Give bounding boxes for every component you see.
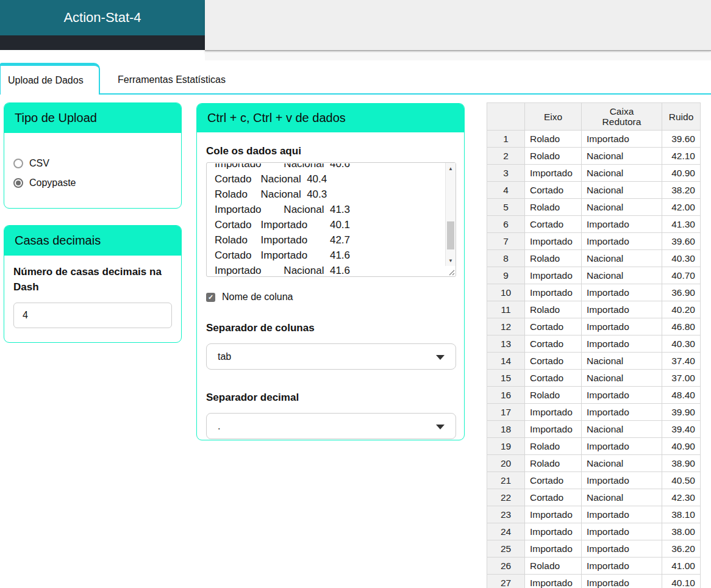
table-cell[interactable]: 15 — [487, 370, 525, 387]
table-cell[interactable]: Importado — [582, 540, 662, 558]
table-cell[interactable]: Importado — [582, 284, 662, 301]
table-cell[interactable]: 5 — [487, 199, 525, 216]
table-cell[interactable]: Rolado — [525, 438, 582, 455]
table-cell[interactable]: Nacional — [582, 148, 662, 165]
table-cell[interactable]: 40.20 — [662, 301, 701, 318]
tab-ferramentas-estatisticas[interactable]: Ferramentas Estatísticas — [101, 66, 226, 94]
table-cell[interactable]: Rolado — [525, 301, 582, 318]
table-cell[interactable]: Importado — [525, 233, 582, 250]
table-cell[interactable]: Importado — [525, 421, 582, 438]
table-cell[interactable]: Rolado — [525, 558, 582, 575]
table-cell[interactable]: Importado — [525, 284, 582, 301]
table-cell[interactable]: Importado — [525, 575, 582, 588]
table-cell[interactable]: 23 — [487, 506, 525, 523]
table-cell[interactable]: Nacional — [582, 165, 662, 182]
paste-textarea-content[interactable]: Importado Nacional 40.6 Cortado Nacional… — [207, 163, 445, 276]
table-cell[interactable]: Importado — [582, 318, 662, 335]
table-cell[interactable]: Importado — [582, 387, 662, 404]
table-cell[interactable]: 20 — [487, 455, 525, 472]
table-cell[interactable]: 7 — [487, 233, 525, 250]
table-cell[interactable]: Importado — [582, 233, 662, 250]
decimal-separator-select[interactable]: . — [206, 413, 456, 439]
decimals-input[interactable] — [13, 303, 172, 328]
table-cell[interactable]: 1 — [487, 131, 525, 148]
table-cell[interactable]: Rolado — [525, 199, 582, 216]
table-cell[interactable]: Nacional — [582, 370, 662, 387]
table-cell[interactable]: 21 — [487, 472, 525, 489]
table-cell[interactable]: 18 — [487, 421, 525, 438]
table-cell[interactable]: 16 — [487, 387, 525, 404]
table-cell[interactable]: Nacional — [582, 421, 662, 438]
table-cell[interactable]: Nacional — [582, 250, 662, 267]
radio-option-copypaste[interactable]: Copypaste — [13, 177, 172, 188]
table-cell[interactable]: 8 — [487, 250, 525, 267]
scroll-up-icon[interactable]: ▲ — [446, 164, 456, 173]
table-cell[interactable]: 24 — [487, 523, 525, 540]
table-cell[interactable]: 42.10 — [662, 148, 701, 165]
table-cell[interactable]: Cortado — [525, 370, 582, 387]
table-cell[interactable]: Importado — [582, 558, 662, 575]
table-cell[interactable]: 41.30 — [662, 216, 701, 233]
table-cell[interactable]: 42.30 — [662, 489, 701, 506]
table-cell[interactable]: Importado — [525, 540, 582, 558]
table-cell[interactable]: Nacional — [582, 489, 662, 506]
table-cell[interactable]: Importado — [525, 523, 582, 540]
table-cell[interactable]: 4 — [487, 182, 525, 199]
radio-option-csv[interactable]: CSV — [13, 158, 172, 169]
table-cell[interactable]: Importado — [582, 216, 662, 233]
table-cell[interactable]: 39.40 — [662, 421, 701, 438]
table-cell[interactable]: Nacional — [582, 267, 662, 284]
tab-upload-de-dados[interactable]: Upload de Dados — [0, 63, 100, 95]
table-cell[interactable]: Importado — [525, 404, 582, 421]
table-cell[interactable]: Nacional — [582, 455, 662, 472]
table-cell[interactable]: 9 — [487, 267, 525, 284]
radio-icon[interactable] — [13, 159, 23, 168]
table-cell[interactable]: Nacional — [582, 199, 662, 216]
table-cell[interactable]: 19 — [487, 438, 525, 455]
table-cell[interactable]: Importado — [525, 506, 582, 523]
table-cell[interactable]: Importado — [582, 131, 662, 148]
table-cell[interactable]: Rolado — [525, 387, 582, 404]
table-cell[interactable]: Nacional — [582, 182, 662, 199]
table-cell[interactable]: 26 — [487, 558, 525, 575]
table-cell[interactable]: 40.90 — [662, 165, 701, 182]
table-cell[interactable]: Cortado — [525, 318, 582, 335]
table-cell[interactable]: 39.60 — [662, 131, 701, 148]
table-cell[interactable]: 17 — [487, 404, 525, 421]
table-cell[interactable]: Importado — [582, 575, 662, 588]
table-cell[interactable]: Importado — [582, 472, 662, 489]
table-cell[interactable]: Importado — [582, 438, 662, 455]
paste-textarea[interactable]: Importado Nacional 40.6 Cortado Nacional… — [206, 162, 456, 277]
resize-grip-icon[interactable] — [445, 266, 455, 276]
table-cell[interactable]: Importado — [582, 404, 662, 421]
textarea-scrollbar[interactable]: ▲ ▼ — [445, 163, 456, 266]
scroll-down-icon[interactable]: ▼ — [446, 256, 456, 265]
table-cell[interactable]: 36.20 — [662, 540, 701, 558]
table-cell[interactable]: 48.40 — [662, 387, 701, 404]
table-cell[interactable]: 40.10 — [662, 575, 701, 588]
scroll-thumb[interactable] — [447, 221, 454, 249]
table-cell[interactable]: 11 — [487, 301, 525, 318]
table-cell[interactable]: Importado — [525, 165, 582, 182]
table-cell[interactable]: 39.60 — [662, 233, 701, 250]
table-cell[interactable]: 2 — [487, 148, 525, 165]
table-cell[interactable]: 13 — [487, 335, 525, 353]
table-cell[interactable]: 22 — [487, 489, 525, 506]
table-cell[interactable]: 38.90 — [662, 455, 701, 472]
table-cell[interactable]: Importado — [582, 301, 662, 318]
table-cell[interactable]: Cortado — [525, 216, 582, 233]
table-cell[interactable]: Importado — [525, 267, 582, 284]
table-cell[interactable]: Cortado — [525, 335, 582, 353]
table-cell[interactable]: 10 — [487, 284, 525, 301]
table-cell[interactable]: 42.00 — [662, 199, 701, 216]
table-cell[interactable]: 14 — [487, 353, 525, 370]
table-cell[interactable]: 38.10 — [662, 506, 701, 523]
table-cell[interactable]: 40.50 — [662, 472, 701, 489]
table-cell[interactable]: 25 — [487, 540, 525, 558]
table-cell[interactable]: Nacional — [582, 353, 662, 370]
column-name-checkbox[interactable]: ✓ Nome de coluna — [206, 292, 455, 303]
table-cell[interactable]: 39.90 — [662, 404, 701, 421]
radio-selected-icon[interactable] — [13, 178, 23, 188]
table-cell[interactable]: 41.00 — [662, 558, 701, 575]
table-cell[interactable]: Cortado — [525, 472, 582, 489]
